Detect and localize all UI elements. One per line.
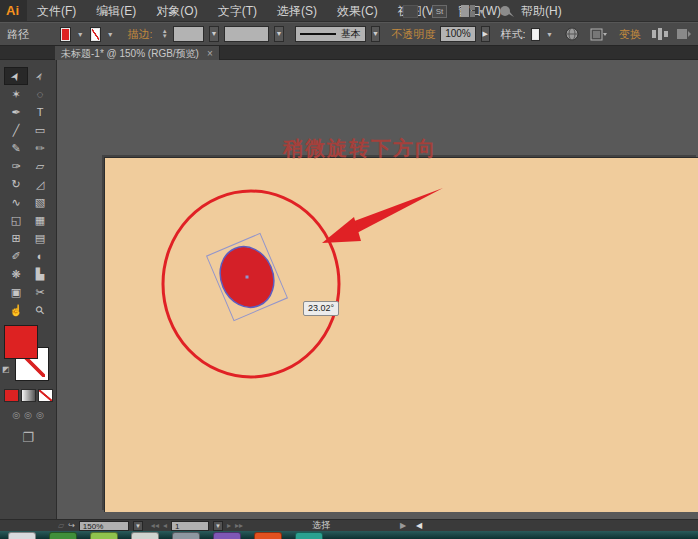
perspective-grid-tool[interactable]: ▦ xyxy=(28,211,52,229)
panel-menu-button[interactable] xyxy=(677,28,691,40)
paintbrush-tool[interactable]: ✎ xyxy=(4,139,28,157)
width-tool[interactable]: ∿ xyxy=(4,193,28,211)
width-profile-dropdown[interactable] xyxy=(224,26,269,42)
style-caret-icon[interactable]: ▼ xyxy=(545,31,554,38)
prev-artboard-icon[interactable]: ◂ xyxy=(163,521,167,530)
artboard-number-caret[interactable]: ▼ xyxy=(213,521,223,531)
taskbar-app-4[interactable] xyxy=(131,532,159,539)
opacity-label[interactable]: 不透明度 xyxy=(391,27,435,42)
workspace-switcher[interactable]: ▼ xyxy=(461,5,485,17)
align-button[interactable] xyxy=(652,28,668,40)
scrollbar-left-icon[interactable]: ◀ xyxy=(416,521,422,530)
stock-icon[interactable]: St xyxy=(432,5,447,18)
draw-normal-icon[interactable]: ◎ xyxy=(12,410,20,420)
tab-close-icon[interactable]: × xyxy=(207,47,213,60)
selection-tool[interactable]: ➤ xyxy=(4,67,28,85)
transform-link[interactable]: 变换 xyxy=(619,27,641,42)
eyedropper-tool[interactable]: ✐ xyxy=(4,247,28,265)
eraser-tool[interactable]: ▱ xyxy=(28,157,52,175)
recolor-artwork-button[interactable] xyxy=(565,27,579,41)
opacity-caret[interactable]: ▶ xyxy=(481,26,490,42)
width-profile-caret[interactable]: ▼ xyxy=(274,26,283,42)
annotation-arrow-shaft xyxy=(349,188,443,234)
symbol-sprayer-tool[interactable]: ❋ xyxy=(4,265,28,283)
first-artboard-icon[interactable]: ◂◂ xyxy=(151,521,159,530)
draw-behind-icon[interactable]: ◎ xyxy=(24,410,32,420)
brush-definition-dropdown[interactable]: 基本 xyxy=(295,26,366,42)
taskbar-app-8[interactable] xyxy=(295,532,323,539)
opacity-field[interactable]: 100% xyxy=(440,26,476,42)
tool-icon: ✒ xyxy=(11,106,20,119)
taskbar-app-1[interactable] xyxy=(8,532,36,539)
zoom-tool[interactable]: ⚲ xyxy=(28,301,52,319)
pencil-tool[interactable]: ✏ xyxy=(28,139,52,157)
taskbar-app-5[interactable] xyxy=(172,532,200,539)
menu-effect[interactable]: 效果(C) xyxy=(327,0,388,22)
hand-tool[interactable]: ☝ xyxy=(4,301,28,319)
rotate-tool[interactable]: ↻ xyxy=(4,175,28,193)
menu-object[interactable]: 对象(O) xyxy=(146,0,207,22)
magic-wand-tool[interactable]: ✶ xyxy=(4,85,28,103)
document-tab[interactable]: 未标题-1* @ 150% (RGB/预览) × xyxy=(55,46,220,60)
menu-type[interactable]: 文字(T) xyxy=(208,0,267,22)
stroke-weight-field[interactable] xyxy=(173,26,205,42)
graph-tool[interactable]: ▙ xyxy=(28,265,52,283)
taskbar-app-7[interactable] xyxy=(254,532,282,539)
color-button[interactable] xyxy=(4,389,19,402)
cs-live-icon[interactable] xyxy=(499,5,515,18)
lasso-tool[interactable]: ◌ xyxy=(28,85,52,103)
brush-definition-caret[interactable]: ▼ xyxy=(371,26,380,42)
draw-inside-icon[interactable]: ◎ xyxy=(36,410,44,420)
status-expand-icon[interactable]: ▶ xyxy=(400,521,406,530)
style-swatch[interactable] xyxy=(531,28,540,41)
taskbar-app-6[interactable] xyxy=(213,532,241,539)
gradient-tool[interactable]: ▤ xyxy=(28,229,52,247)
default-swatches-icon[interactable]: ◩ xyxy=(2,365,12,375)
workspace-icon xyxy=(461,5,475,17)
stroke-caret-icon[interactable]: ▼ xyxy=(106,31,115,38)
direct-selection-tool[interactable]: ➣ xyxy=(28,67,52,85)
taskbar-app-3[interactable] xyxy=(90,532,118,539)
rectangle-tool[interactable]: ▭ xyxy=(28,121,52,139)
line-segment-tool[interactable]: ╱ xyxy=(4,121,28,139)
stroke-weight-stepper[interactable]: ▲▼ xyxy=(162,29,168,39)
fill-caret-icon[interactable]: ▼ xyxy=(76,31,85,38)
artboard-tool[interactable]: ▣ xyxy=(4,283,28,301)
next-artboard-icon[interactable]: ▸ xyxy=(227,521,231,530)
zoom-level-field[interactable]: 150% xyxy=(79,521,129,531)
paint-mode-row xyxy=(0,389,56,402)
stroke-color-swatch[interactable] xyxy=(90,27,101,42)
type-tool[interactable]: T xyxy=(28,103,52,121)
stroke-weight-label[interactable]: 描边: xyxy=(128,27,153,42)
blend-tool[interactable]: ◐ xyxy=(28,247,52,265)
none-button[interactable] xyxy=(38,389,53,402)
canvas[interactable]: 稍微旋转下方向 23.02° xyxy=(57,60,698,519)
screen-mode-button[interactable]: ❐ xyxy=(0,430,56,445)
document-setup-button[interactable] xyxy=(590,28,608,41)
shape-builder-tool[interactable]: ◱ xyxy=(4,211,28,229)
fill-swatch-large[interactable] xyxy=(4,325,38,359)
slice-tool[interactable]: ✂ xyxy=(28,283,52,301)
menu-select[interactable]: 选择(S) xyxy=(267,0,327,22)
windows-taskbar xyxy=(0,531,698,539)
tool-icon: ▧ xyxy=(35,196,45,209)
bridge-icon[interactable] xyxy=(403,5,418,18)
last-artboard-icon[interactable]: ▸▸ xyxy=(235,521,243,530)
artboard-number-field[interactable]: 1 xyxy=(171,521,209,531)
menu-help[interactable]: 帮助(H) xyxy=(511,0,572,22)
pen-tool[interactable]: ✒ xyxy=(4,103,28,121)
tool-icon: ☝ xyxy=(9,304,23,317)
fill-color-swatch[interactable] xyxy=(60,27,71,42)
export-arrow-icon[interactable]: ↪ xyxy=(68,521,75,530)
mesh-tool[interactable]: ⊞ xyxy=(4,229,28,247)
free-transform-tool[interactable]: ▧ xyxy=(28,193,52,211)
zoom-level-caret[interactable]: ▼ xyxy=(133,521,143,531)
scale-tool[interactable]: ◿ xyxy=(28,175,52,193)
taskbar-app-2[interactable] xyxy=(49,532,77,539)
menu-edit[interactable]: 编辑(E) xyxy=(86,0,146,22)
app-logo[interactable]: Ai xyxy=(0,0,27,22)
gradient-button[interactable] xyxy=(21,389,36,402)
menu-file[interactable]: 文件(F) xyxy=(27,0,86,22)
stroke-weight-caret[interactable]: ▼ xyxy=(209,26,218,42)
blob-brush-tool[interactable]: ✑ xyxy=(4,157,28,175)
